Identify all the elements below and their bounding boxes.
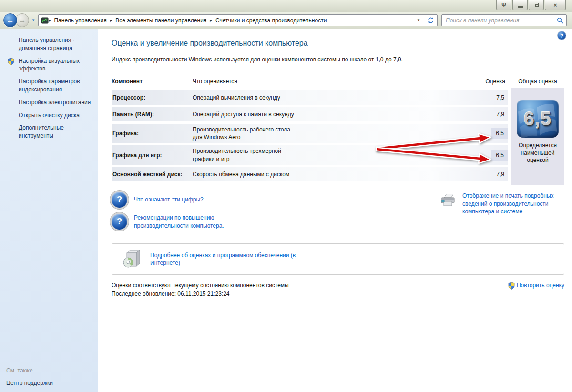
learn-online-link[interactable]: Подробнее об оценках и программном обесп… (150, 251, 298, 268)
links-section: ? Что означают эти цифры? ? Рекомендации… (112, 192, 564, 236)
chevron-down-icon: ▼ (31, 18, 35, 22)
score-value: 7,9 (492, 169, 508, 180)
component-label: Память (RAM): (112, 111, 193, 118)
software-box-icon (122, 249, 142, 269)
intro-text: Индекс производительности Windows исполь… (112, 55, 436, 64)
score-value: 7,5 (492, 92, 508, 103)
recent-pages-dropdown[interactable]: ▼ (31, 18, 35, 22)
component-label: Графика для игр: (112, 152, 193, 159)
breadcrumb-separator-icon: ▸ (49, 18, 51, 23)
breadcrumb: ▸ Панель управления ▸ Все элементы панел… (49, 17, 413, 24)
breadcrumb-all-items[interactable]: Все элементы панели управления (115, 17, 206, 24)
what-assessed-text: Производительность трехмерной графики и … (193, 147, 295, 162)
refresh-icon (427, 17, 434, 24)
link-row-what-numbers: ? Что означают эти цифры? (112, 192, 378, 208)
close-icon: × (553, 2, 557, 9)
breadcrumb-separator-icon: ▸ (110, 18, 112, 23)
minimize-button[interactable] (512, 0, 528, 10)
main-content: ? Оценка и увеличение производительности… (98, 29, 572, 392)
back-arrow-icon: ← (7, 16, 14, 25)
score-value: 7,9 (492, 109, 508, 120)
breadcrumb-control-panel[interactable]: Панель управления (54, 17, 106, 24)
column-header-base-score: Общая оценка (511, 78, 564, 85)
rerun-assessment-label: Повторить оценку (517, 281, 564, 290)
sidebar-item-indexing-options[interactable]: Настройка параметров индексирования (6, 78, 94, 94)
minimize-icon (518, 6, 523, 8)
chevron-down-icon: ▼ (417, 18, 420, 22)
performance-monitor-icon (41, 17, 49, 24)
what-assessed-text: Производительность рабочего стола для Wi… (193, 126, 295, 141)
see-also-section: См. также Центр поддержки (6, 367, 53, 386)
sidebar-item-label: Настройка электропитания (19, 99, 91, 106)
table-row-graphics: Графика: Производительность рабочего сто… (112, 124, 508, 143)
close-button[interactable]: × (545, 0, 566, 10)
see-also-header: См. также (6, 367, 53, 374)
tasks-sidebar: Панель управления - домашняя страница На… (0, 29, 98, 392)
rerun-assessment-button[interactable]: Повторить оценку (508, 281, 564, 290)
search-input[interactable] (446, 17, 557, 24)
forward-button[interactable]: → (15, 13, 29, 27)
question-circle-icon[interactable]: ? (112, 214, 127, 230)
navigation-toolbar: ← → ▼ ▸ Панель управления ▸ Все элементы… (0, 12, 572, 29)
base-score-caption: Определяется наименьшей оценкой (515, 142, 561, 164)
status-line: Оценки соответствуют текущему состоянию … (112, 281, 564, 290)
component-label: Основной жесткий диск: (112, 171, 193, 178)
search-icon (557, 17, 563, 24)
forward-arrow-icon: → (19, 16, 26, 25)
help-button[interactable]: ? (558, 31, 566, 40)
table-row-gaming-graphics: Графика для игр: Производительность трех… (112, 145, 508, 164)
question-circle-icon[interactable]: ? (112, 192, 127, 208)
table-rows: Процессор: Операций вычисления в секунду… (112, 88, 508, 185)
wrench-icon: Ψ (501, 2, 506, 9)
what-numbers-link[interactable]: Что означают эти цифры? (134, 196, 204, 204)
breadcrumb-performance-tools[interactable]: Счетчики и средства производительности (215, 17, 327, 24)
sidebar-item-visual-effects[interactable]: Настройка визуальных эффектов (6, 57, 94, 73)
window-controls: Ψ × (496, 0, 566, 10)
what-assessed-text: Операций доступа к памяти в секунду (193, 111, 295, 118)
question-icon: ? (560, 33, 563, 39)
sidebar-item-label: Панель управления - домашняя страница (19, 37, 75, 51)
restore-button[interactable] (529, 0, 544, 10)
column-header-what-is-rated: Что оценивается (193, 78, 474, 85)
what-assessed-text: Скорость обмена данными с диском (193, 171, 295, 178)
component-label: Процессор: (112, 94, 193, 101)
sidebar-item-label: Дополнительные инструменты (19, 124, 64, 139)
score-value-highlighted: 6,5 (491, 150, 508, 161)
sidebar-item-disk-cleanup[interactable]: Открыть очистку диска (6, 111, 94, 120)
sidebar-item-advanced-tools[interactable]: Дополнительные инструменты (6, 124, 94, 140)
sidebar-item-label: Настройка визуальных эффектов (19, 58, 80, 72)
last-update-line: Последнее обновление: 06.11.2015 21:23:2… (112, 290, 564, 298)
print-details-block: Отображение и печать подробных сведений … (439, 192, 564, 236)
address-bar[interactable]: ▸ Панель управления ▸ Все элементы панел… (38, 14, 438, 26)
uac-shield-icon (7, 58, 15, 65)
improve-performance-link[interactable]: Рекомендации по повышению производительн… (134, 214, 263, 230)
sidebar-item-power-settings[interactable]: Настройка электропитания (6, 99, 94, 107)
back-button[interactable]: ← (3, 13, 17, 27)
title-bar: Ψ × (0, 0, 572, 12)
print-details-link[interactable]: Отображение и печать подробных сведений … (462, 192, 562, 216)
breadcrumb-separator-icon: ▸ (210, 18, 212, 23)
column-header-component: Компонент (112, 78, 193, 85)
table-row-memory: Память (RAM): Операций доступа к памяти … (112, 107, 508, 121)
status-section: Оценки соответствуют текущему состоянию … (112, 281, 564, 298)
sidebar-item-label: Открыть очистку диска (19, 112, 80, 119)
component-label: Графика: (112, 130, 193, 137)
base-score-badge: 6,5 (517, 100, 559, 138)
uac-shield-icon (508, 282, 515, 290)
online-info-box: Подробнее об оценках и программном обесп… (112, 243, 564, 275)
search-box (441, 14, 567, 26)
base-score-value: 6,5 (517, 100, 559, 138)
table-row-primary-hard-disk: Основной жесткий диск: Скорость обмена д… (112, 167, 508, 181)
tools-button[interactable]: Ψ (496, 0, 511, 10)
question-icon: ? (117, 217, 122, 227)
address-dropdown-button[interactable]: ▼ (413, 15, 424, 26)
table-header: Компонент Что оценивается Оценка Общая о… (112, 78, 564, 88)
refresh-button[interactable] (424, 15, 437, 26)
column-header-score: Оценка (485, 78, 508, 85)
question-icon: ? (117, 195, 122, 205)
sidebar-item-control-panel-home[interactable]: Панель управления - домашняя страница (6, 36, 94, 52)
sidebar-item-action-center[interactable]: Центр поддержки (6, 380, 53, 386)
score-value-highlighted: 6,5 (491, 128, 508, 139)
explorer-window: Ψ × ← → ▼ ▸ Панель управления ▸ Все элем… (0, 0, 572, 392)
sidebar-item-label: Настройка параметров индексирования (19, 78, 80, 93)
